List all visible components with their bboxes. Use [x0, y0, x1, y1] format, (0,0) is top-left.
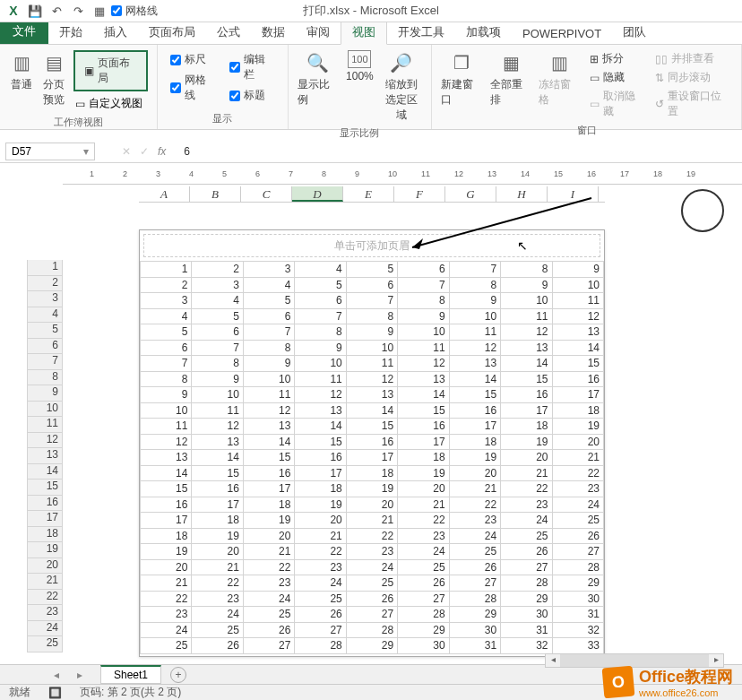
cancel-icon[interactable]: ✕: [122, 145, 131, 158]
cell[interactable]: 28: [295, 638, 346, 654]
cell[interactable]: 11: [141, 419, 192, 435]
cell[interactable]: 25: [398, 559, 449, 575]
tab-developer[interactable]: 开发工具: [387, 21, 455, 44]
cell[interactable]: 6: [192, 324, 243, 341]
cell[interactable]: 18: [449, 434, 500, 450]
cell[interactable]: 14: [192, 450, 243, 466]
cell[interactable]: 16: [501, 387, 552, 403]
col-header-F[interactable]: F: [394, 186, 445, 202]
cell[interactable]: 14: [346, 402, 397, 419]
cell[interactable]: 32: [501, 638, 552, 654]
col-header-B[interactable]: B: [190, 186, 241, 202]
cell[interactable]: 17: [295, 465, 346, 481]
cell[interactable]: 11: [398, 340, 449, 356]
cell[interactable]: 17: [243, 481, 294, 497]
col-header-I[interactable]: I: [548, 186, 599, 202]
split-button[interactable]: ⊞拆分: [588, 50, 646, 67]
zoom-button[interactable]: 🔍显示比例: [294, 48, 342, 125]
cell[interactable]: 21: [295, 528, 346, 544]
cell[interactable]: 16: [141, 497, 192, 513]
cell[interactable]: 12: [243, 402, 294, 419]
cell[interactable]: 28: [501, 575, 552, 592]
cell[interactable]: 18: [346, 465, 397, 481]
cell[interactable]: 19: [449, 450, 500, 466]
cell[interactable]: 23: [141, 607, 192, 623]
cell[interactable]: 14: [243, 434, 294, 450]
cell[interactable]: 13: [552, 324, 604, 341]
cell[interactable]: 17: [346, 450, 397, 466]
cell[interactable]: 14: [552, 340, 604, 356]
cell[interactable]: 7: [449, 262, 500, 278]
cell[interactable]: 26: [192, 638, 243, 654]
cell[interactable]: 7: [346, 293, 397, 309]
cell[interactable]: 8: [192, 356, 243, 372]
cell[interactable]: 24: [192, 607, 243, 623]
cell[interactable]: 6: [295, 293, 346, 309]
cell[interactable]: 2: [192, 262, 243, 278]
cell[interactable]: 27: [501, 559, 552, 575]
cell[interactable]: 11: [552, 293, 604, 309]
cell[interactable]: 13: [243, 419, 294, 435]
cell[interactable]: 25: [243, 607, 294, 623]
cell[interactable]: 24: [449, 528, 500, 544]
dropdown-icon[interactable]: ▾: [83, 145, 89, 158]
cell[interactable]: 23: [192, 591, 243, 607]
cell[interactable]: 7: [295, 308, 346, 324]
cell[interactable]: 12: [501, 324, 552, 341]
cell[interactable]: 12: [192, 419, 243, 435]
cell[interactable]: 9: [398, 308, 449, 324]
cell[interactable]: 15: [295, 434, 346, 450]
cell[interactable]: 27: [398, 591, 449, 607]
sheet-tab-1[interactable]: Sheet1: [100, 665, 161, 684]
undo-icon[interactable]: ↶: [47, 1, 66, 21]
row-header[interactable]: 4: [27, 307, 63, 324]
zoom-selection-button[interactable]: 🔎缩放到 选定区域: [377, 48, 426, 125]
cell[interactable]: 26: [398, 575, 449, 592]
cell[interactable]: 5: [192, 308, 243, 324]
cell[interactable]: 20: [398, 481, 449, 497]
row-header[interactable]: 14: [27, 464, 63, 480]
new-window-button[interactable]: ❐新建窗口: [437, 48, 487, 122]
cell[interactable]: 9: [141, 387, 192, 403]
cell[interactable]: 10: [295, 356, 346, 372]
page-break-preview-button[interactable]: ▤分页 预览: [38, 48, 70, 114]
row-header[interactable]: 22: [27, 590, 63, 606]
row-header[interactable]: 23: [27, 605, 63, 621]
cell[interactable]: 26: [552, 528, 604, 544]
cell[interactable]: 25: [141, 638, 192, 654]
cell[interactable]: 12: [346, 371, 397, 387]
cell[interactable]: 8: [501, 262, 552, 278]
row-header[interactable]: 7: [27, 354, 63, 370]
cell[interactable]: 16: [398, 419, 449, 435]
scroll-right-icon[interactable]: ▸: [709, 654, 723, 667]
tab-powerpivot[interactable]: POWERPIVOT: [512, 23, 612, 44]
cell[interactable]: 28: [552, 559, 604, 575]
cell[interactable]: 24: [141, 622, 192, 638]
formula-bar-checkbox[interactable]: 编辑栏: [229, 52, 274, 82]
cell[interactable]: 19: [295, 497, 346, 513]
cell[interactable]: 17: [552, 387, 604, 403]
cell[interactable]: 29: [398, 622, 449, 638]
cell[interactable]: 28: [398, 607, 449, 623]
cell[interactable]: 28: [346, 622, 397, 638]
cell[interactable]: 14: [141, 465, 192, 481]
cell[interactable]: 23: [346, 544, 397, 560]
cell[interactable]: 13: [192, 434, 243, 450]
cell[interactable]: 26: [501, 544, 552, 560]
cell[interactable]: 18: [501, 419, 552, 435]
spreadsheet-grid[interactable]: 1234567892345678910345678910114567891011…: [140, 261, 604, 654]
cell[interactable]: 8: [141, 371, 192, 387]
cell[interactable]: 10: [243, 371, 294, 387]
cell[interactable]: 22: [449, 497, 500, 513]
cell[interactable]: 5: [243, 293, 294, 309]
qat-gridlines-check[interactable]: 网格线: [111, 4, 158, 19]
cell[interactable]: 24: [346, 559, 397, 575]
tab-home[interactable]: 开始: [48, 21, 93, 44]
cell[interactable]: 30: [552, 591, 604, 607]
cell[interactable]: 22: [398, 513, 449, 529]
row-header[interactable]: 21: [27, 574, 63, 590]
cell[interactable]: 17: [141, 513, 192, 529]
cell[interactable]: 12: [295, 387, 346, 403]
row-header[interactable]: 15: [27, 480, 63, 496]
horizontal-ruler[interactable]: 12345678910111213141516171819: [63, 167, 742, 185]
